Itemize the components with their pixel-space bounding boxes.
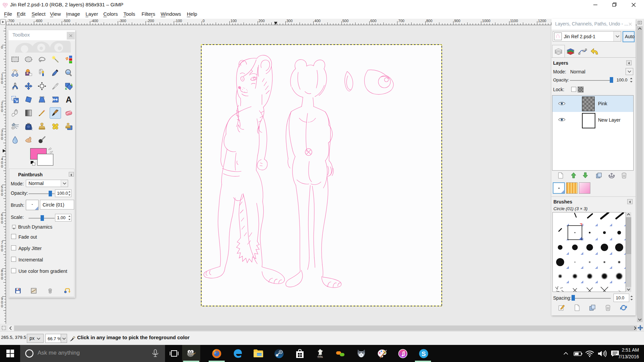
svg-text:A: A bbox=[66, 96, 72, 104]
svg-text:TERA: TERA bbox=[317, 356, 323, 358]
svg-text:S: S bbox=[422, 350, 426, 357]
